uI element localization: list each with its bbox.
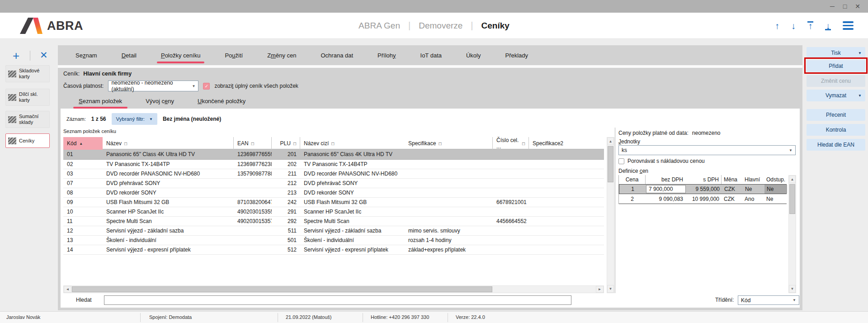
check-icon: ✓ (205, 84, 208, 89)
price-edit-cell[interactable]: 7 900,000 (646, 185, 686, 193)
status-version: Verze: 22.4.0 (456, 314, 485, 320)
breadcrumb-app: ABRA Gen (359, 21, 400, 31)
table-row[interactable]: 13Školení - individuální501Školení - ind… (63, 236, 604, 245)
units-select[interactable]: ks ▼ (618, 145, 796, 155)
column-header-ean[interactable]: EAN□ (234, 137, 272, 150)
print-button[interactable]: Tisk ▼ (807, 47, 865, 59)
navigate-last-icon[interactable]: ↓ (825, 21, 831, 30)
check-button[interactable]: Kontrola (807, 124, 865, 136)
sidebar-item-skladove-karty[interactable]: Skladové karty (5, 65, 50, 82)
subtab-seznam-polozek[interactable]: Seznam položek (67, 93, 134, 109)
column-header-nazev[interactable]: Název□ (103, 137, 234, 150)
tab-detail[interactable]: Detail (109, 45, 149, 65)
table-row[interactable]: 02TV Panasonic TX-14B4TP123698776238202T… (63, 160, 604, 169)
compare-cost-row: Porovnávat s nákladovou cenou (618, 158, 705, 164)
scroll-up-icon[interactable]: ▲ (789, 176, 796, 183)
sidebar-item-dilci-skl-karty[interactable]: Dílčí skl. karty (5, 89, 50, 106)
close-section-button[interactable]: ✕ (40, 50, 48, 61)
compare-cost-checkbox[interactable] (618, 158, 624, 164)
compare-cost-label: Porovnávat s nákladovou cenou (627, 158, 705, 164)
search-input[interactable] (104, 295, 571, 305)
sidebar-item-ceniky[interactable]: Ceníky (5, 133, 50, 148)
table-row[interactable]: 03DVD recordér PANASONIC NV-HD6801357909… (63, 169, 604, 179)
price-table-header: Cena bez DPH s DPH Měna Hlavní Odstup. (619, 175, 787, 184)
column-header-specifikace2[interactable]: Specifikace2 (529, 137, 604, 150)
price-row[interactable]: 2 9 090,083 10 999,000 CZK Ano Ne (619, 194, 787, 204)
selected-filter-button[interactable]: Vybraný filtr: ▼ (112, 113, 157, 125)
scrollbar-thumb[interactable] (72, 286, 492, 292)
close-icon[interactable]: ✕ (852, 0, 863, 13)
table-row[interactable]: 01Panasonic 65" Class 4K Ultra HD TV1236… (63, 149, 604, 160)
window-titlebar: ─ □ ✕ (0, 0, 868, 13)
tab-ochrana-dat[interactable]: Ochrana dat (309, 45, 366, 65)
scroll-right-icon[interactable]: ► (596, 286, 604, 293)
show-full-pricelist-checkbox[interactable]: ✓ (203, 83, 210, 90)
menu-icon[interactable] (843, 21, 854, 30)
chevron-down-icon: ▼ (149, 117, 153, 121)
add-button[interactable]: Přidat (807, 60, 865, 72)
prices-valid-label: Ceny položky platné od data: (618, 130, 689, 136)
card-stack-icon (8, 116, 16, 123)
tab-prilohy[interactable]: Přílohy (365, 45, 408, 65)
scroll-up-icon[interactable]: ▲ (607, 138, 614, 145)
reprice-button[interactable]: Přecenit (807, 109, 865, 121)
scrollbar-thumb[interactable] (608, 146, 613, 182)
maximize-icon[interactable]: □ (839, 0, 851, 13)
tab-pouziti[interactable]: Použití (212, 45, 255, 65)
navigate-first-icon[interactable]: ↑ (807, 21, 813, 30)
tab-preklady[interactable]: Překlady (493, 45, 541, 65)
price-definitions-label: Definice cen (618, 168, 648, 174)
abra-logo-mark (20, 18, 42, 34)
tab-ukoly[interactable]: Úkoly (454, 45, 493, 65)
delete-button[interactable]: Vymazat ▼ (807, 90, 865, 101)
status-bar: Jaroslav Novák Spojení: Demodata 21.09.2… (0, 311, 868, 323)
status-user: Jaroslav Novák (6, 314, 40, 320)
sidebar-item-sumacni-sklady[interactable]: Sumační sklady (5, 111, 50, 128)
subtab-vyvoj-ceny[interactable]: Vývoj ceny (134, 93, 186, 109)
table-vertical-scrollbar[interactable]: ▲ ▼ (607, 137, 614, 293)
prices-valid-row: Ceny položky platné od data: neomezeno (618, 130, 721, 136)
prices-valid-value: neomezeno (692, 130, 721, 136)
column-header-nazev-cizi[interactable]: Název cizí□ (300, 137, 405, 150)
scroll-left-icon[interactable]: ◄ (64, 286, 71, 293)
platnost-select[interactable]: neomezeno - neomezeno (aktuální) ▼ (108, 81, 198, 91)
breadcrumb: ABRA Gen | Demoverze | Ceníky (359, 13, 509, 38)
panel-divider (615, 128, 615, 293)
scrollbar-thumb[interactable] (789, 184, 795, 214)
table-caption: Seznam položek ceníku (63, 128, 116, 134)
add-section-button[interactable]: + (13, 49, 19, 63)
breadcrumb-separator: | (471, 20, 473, 31)
table-row[interactable]: 07DVD přehrávač SONY212DVD přehrávač SON… (63, 179, 604, 188)
table-row[interactable]: 10Scanner HP ScanJet IIc490203015355291S… (63, 207, 604, 217)
table-row[interactable]: 11Spectre Multi Scan490203015357292Spect… (63, 217, 604, 226)
tab-iot-data[interactable]: IoT data (408, 45, 454, 65)
sort-select[interactable]: Kód ▼ (738, 295, 799, 305)
column-header-specifikace[interactable]: Specifikace□ (405, 137, 493, 150)
minimize-icon[interactable]: ─ (826, 0, 838, 13)
column-header-kod[interactable]: Kód▲ (63, 137, 103, 150)
chevron-down-icon: ▼ (858, 94, 862, 98)
record-filter-row: Záznam: 1 z 56 Vybraný filtr: ▼ Bez jmén… (66, 113, 221, 125)
scroll-down-icon[interactable]: ▼ (789, 285, 796, 293)
price-panel-scrollbar[interactable]: ▲ ▼ (788, 175, 796, 293)
table-row[interactable]: 08DVD rekordér SONY213DVD rekordér SONY (63, 188, 604, 198)
column-header-cislo-cel[interactable]: Číslo cel. ...□ (493, 137, 529, 150)
status-hotline: Hotline: +420 296 397 330 (371, 314, 429, 320)
search-label: Hledat (76, 297, 92, 303)
tab-zmeny-cen[interactable]: Změny cen (255, 45, 308, 65)
table-row[interactable]: 14Servisní výjezd - expresní příplatek51… (63, 245, 604, 255)
navigate-next-icon[interactable]: ↓ (791, 21, 796, 30)
tab-polozky-ceniku[interactable]: Položky ceníku (149, 45, 212, 65)
table-row[interactable]: 09USB Flash Mitsumi 32 GB871038200647242… (63, 198, 604, 207)
subtab-ukoncene-polozky[interactable]: Ukončené položky (186, 93, 257, 109)
table-header-row: Kód▲ Název□ EAN□ PLU□ Název cizí□ Specif… (63, 137, 604, 149)
navigate-previous-icon[interactable]: ↑ (775, 21, 779, 30)
column-header-plu[interactable]: PLU□ (272, 137, 300, 150)
table-horizontal-scrollbar[interactable]: ◄ ► (63, 285, 604, 293)
scroll-down-icon[interactable]: ▼ (607, 285, 614, 293)
sidebar-divider (30, 51, 30, 61)
tab-seznam[interactable]: Seznam (63, 45, 109, 65)
price-row[interactable]: 1 7 900,000 9 559,000 CZK Ne Ne (619, 184, 787, 194)
search-by-ean-button[interactable]: Hledat dle EAN (807, 139, 865, 151)
table-row[interactable]: 12Servisní výjezd - základní sazba511Ser… (63, 226, 604, 236)
